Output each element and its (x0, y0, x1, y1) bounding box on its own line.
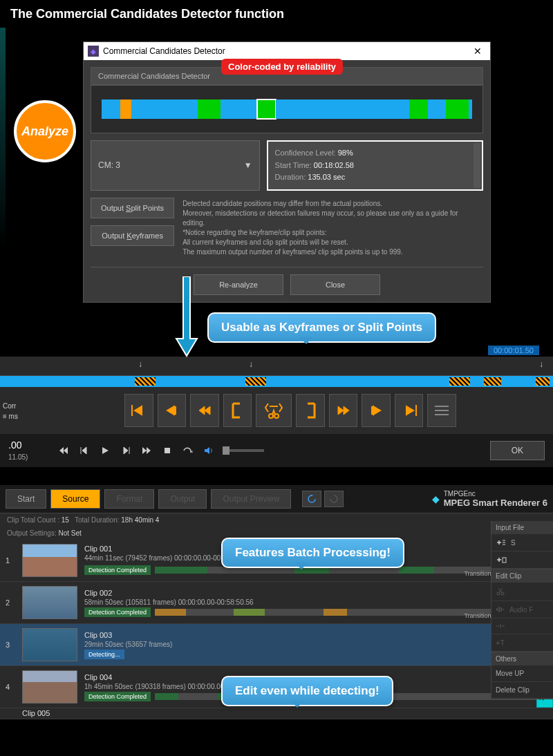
clip-thumbnail (22, 586, 77, 619)
disclaimer-text: Detected candidate positions may differ … (181, 198, 483, 258)
timeline-track[interactable] (0, 376, 553, 387)
reanalyze-button[interactable]: Re-analyze (194, 274, 283, 295)
chevron-down-icon: ▼ (244, 160, 252, 170)
clip-row[interactable]: Clip 005 (0, 708, 553, 719)
redo-button[interactable] (324, 491, 344, 507)
edit-controls (0, 387, 553, 434)
clip-meta: 58min 50sec (105811 frames) 00:00:00.00-… (84, 598, 547, 606)
tab-source[interactable]: Source (50, 489, 100, 509)
clip-name: Clip 005 (22, 709, 547, 717)
corner-inputs: Corr ≡ ms (0, 401, 21, 422)
svg-rect-4 (503, 558, 506, 563)
prev-frame-button[interactable] (77, 444, 91, 457)
page-title: The Commercial Candidates Detector funct… (0, 0, 553, 28)
clip-number: 4 (6, 683, 15, 691)
output-split-points-button[interactable]: Output Split Points (91, 198, 174, 218)
rewind-button[interactable] (57, 444, 71, 457)
status-badge: Detecting... (84, 650, 124, 659)
text-button[interactable]: +T (491, 634, 553, 652)
clip-row[interactable]: 3 Clip 003 29min 50sec (53657 frames) De… (0, 624, 553, 666)
cm-dropdown[interactable]: CM: 3 ▼ (91, 140, 260, 191)
volume-slider[interactable] (223, 449, 264, 452)
clip-number: 3 (6, 641, 15, 649)
timecode-label: 00:00:01.50 (488, 346, 539, 355)
brand-label: ◆ TMPGEnc MPEG Smart Renderer 6 (432, 490, 547, 508)
next-marker-button[interactable] (395, 394, 424, 427)
timeline-area: 00:00:01.50 ↓ ↓ ↓ .0011.05) (0, 357, 553, 467)
fast-forward-button[interactable] (140, 444, 153, 457)
detector-dialog: ◆ Commercial Candidates Detector ✕ Comme… (83, 41, 491, 303)
svg-text:×: × (190, 448, 194, 455)
sidebar-header-others: Others (491, 652, 553, 665)
playback-row: .0011.05) × OK (0, 434, 553, 467)
next-frame-button[interactable] (119, 444, 133, 457)
clip-name: Clip 002 (84, 589, 547, 597)
callout-batch: Features Batch Processing! (221, 538, 404, 568)
add-folder-button[interactable] (491, 551, 553, 569)
jump-forward-button[interactable] (329, 394, 358, 427)
output-keyframes-button[interactable]: Output Keyframes (91, 225, 174, 246)
mark-in-button[interactable] (223, 394, 252, 427)
tab-format[interactable]: Format (104, 489, 154, 509)
dropdown-value: CM: 3 (98, 160, 120, 170)
bg-strip (0, 28, 6, 249)
svg-rect-2 (165, 448, 170, 453)
status-badge: Detection Completed (84, 692, 151, 701)
timeline-ruler[interactable]: ↓ ↓ ↓ (0, 357, 553, 376)
callout-keyframes: Usable as Keyframes or Split Points (207, 312, 436, 343)
tab-preview[interactable]: Output Preview (211, 489, 291, 509)
dialog-titlebar: ◆ Commercial Candidates Detector ✕ (84, 42, 490, 60)
prev-marker-button[interactable] (124, 394, 153, 427)
play-button[interactable] (98, 444, 112, 457)
mark-out-button[interactable] (296, 394, 325, 427)
close-button[interactable]: Close (290, 274, 380, 295)
tab-start[interactable]: Start (6, 489, 46, 509)
info-box: Confidence Level: 98% Start Time: 00:18:… (267, 140, 483, 191)
clip-number: 1 (6, 556, 15, 565)
brand-icon: ◆ (432, 493, 440, 504)
status-badge: Detection Completed (84, 607, 151, 617)
cut-button[interactable] (491, 583, 553, 601)
close-icon[interactable]: ✕ (469, 44, 486, 58)
clip-thumbnail (22, 544, 77, 577)
step-back-button[interactable] (158, 394, 187, 427)
split-button[interactable] (256, 394, 292, 427)
sidebar-header-input: Input File (491, 521, 553, 534)
ok-button[interactable]: OK (490, 441, 545, 460)
jump-back-button[interactable] (190, 394, 219, 427)
undo-button[interactable] (302, 491, 321, 507)
move-up-button[interactable]: Move UP (491, 665, 553, 682)
delete-clip-button[interactable]: Delete Clip (491, 682, 553, 699)
loop-button[interactable]: × (181, 444, 195, 457)
analyze-badge: Analyze (14, 100, 76, 162)
status-badge: Detection Completed (84, 565, 151, 575)
scrollbar[interactable] (474, 143, 480, 188)
clip-meta: 29min 50sec (53657 frames) (84, 641, 547, 648)
callout-reliability: Color-coded by reliability (221, 59, 343, 75)
clip-number: 2 (6, 598, 15, 607)
add-file-button[interactable]: S (491, 534, 553, 551)
dialog-title: Commercial Candidates Detector (103, 46, 469, 56)
clip-thumbnail (22, 628, 77, 661)
detector-bar[interactable] (102, 100, 472, 119)
callout-edit-detecting: Edit even while detecting! (221, 676, 393, 706)
svg-text:+T: +T (496, 639, 505, 647)
svg-point-5 (497, 592, 500, 595)
divider-button[interactable] (491, 618, 553, 634)
volume-icon[interactable] (202, 444, 216, 457)
svg-point-6 (501, 592, 504, 595)
right-sidebar: Input File S Edit Clip Audio F +T Others… (491, 521, 553, 699)
clip-name: Clip 003 (84, 631, 547, 639)
step-forward-button[interactable] (362, 394, 391, 427)
stop-button[interactable] (160, 444, 174, 457)
clip-row[interactable]: 2 Clip 002 58min 50sec (105811 frames) 0… (0, 582, 553, 624)
arrow-down-icon (173, 276, 200, 359)
clip-summary: Clip Total Count : 15 Total Duration: 18… (0, 513, 553, 527)
tab-bar: Start Source Format Output Output Previe… (0, 485, 553, 513)
menu-button[interactable] (427, 394, 456, 427)
app-icon: ◆ (88, 46, 99, 57)
detector-bar-container (91, 85, 483, 133)
audio-button[interactable]: Audio F (491, 601, 553, 618)
sidebar-header-edit: Edit Clip (491, 569, 553, 583)
tab-output[interactable]: Output (158, 489, 207, 509)
